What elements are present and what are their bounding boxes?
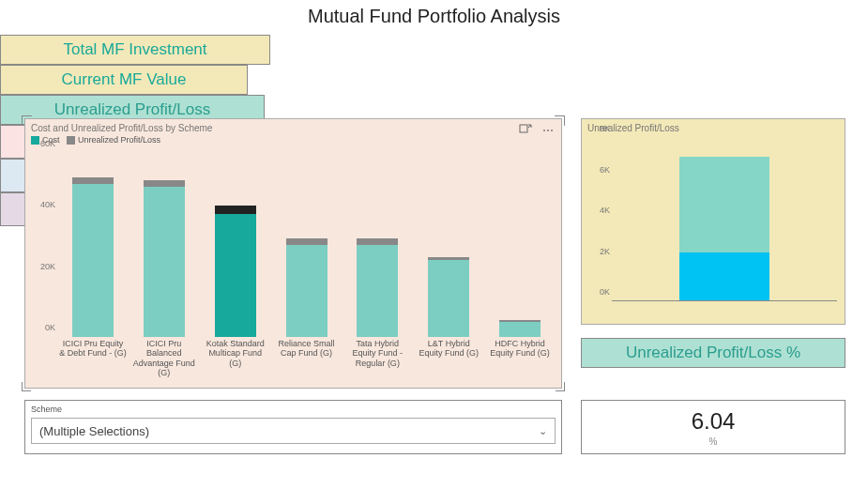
cost-upl-by-scheme-chart[interactable]: Cost and Unrealized Profit/Loss by Schem… [24, 118, 562, 389]
legend-swatch-upl [67, 136, 75, 145]
unrealized-pl-pct-unit: % [709, 436, 718, 447]
chart1-legend: Cost Unrealized Profit/Loss [25, 133, 561, 146]
chevron-down-icon: ⌄ [539, 425, 547, 437]
unrealized-pl-pct-value: 6.04 [692, 408, 736, 435]
chart1-xlabel: HDFC Hybrid Equity Fund (G) [484, 339, 556, 384]
legend-swatch-cost [31, 136, 39, 145]
focus-mode-icon[interactable] [518, 123, 533, 138]
unrealized-pl-chart[interactable]: Unrealized Profit/Loss 0K2K4K6K8K [581, 118, 845, 325]
bar-segment-cost[interactable] [286, 245, 327, 337]
chart2-ytick: 6K [600, 165, 610, 175]
slicer-value: (Multiple Selections) [39, 424, 149, 438]
scheme-slicer: Scheme (Multiple Selections) ⌄ [24, 400, 562, 454]
chart1-xlabel: Kotak Standard Multicap Fund (G) [200, 339, 271, 384]
chart1-ytick: 40K [40, 200, 55, 209]
unrealized-pl-pct-label: Unrealized Profit/Loss % [581, 338, 845, 368]
chart1-ytick: 0K [45, 323, 55, 332]
chart2-ytick: 4K [600, 206, 610, 215]
bar-segment-cost[interactable] [428, 260, 469, 337]
total-investment-label: Total MF Investment [0, 35, 270, 65]
bar-segment-cost[interactable] [215, 214, 256, 337]
svg-rect-0 [520, 125, 527, 132]
chart2-ytick: 2K [600, 247, 610, 256]
bar-segment-cost[interactable] [357, 245, 398, 337]
unrealized-pl-pct-card: 6.04 % [581, 400, 845, 454]
chart2-ytick: 0K [600, 287, 610, 297]
chart1-xlabel: ICICI Pru Balanced Advantage Fund (G) [129, 339, 200, 384]
current-value-label: Current MF Value [0, 65, 248, 95]
chart1-xlabel: Tata Hybrid Equity Fund - Regular (G) [342, 339, 413, 384]
chart2-segment-b[interactable] [679, 252, 769, 301]
chart1-bar[interactable] [200, 153, 271, 337]
chart1-bar[interactable] [413, 153, 484, 337]
chart2-title: Unrealized Profit/Loss [582, 119, 845, 137]
chart1-ytick: 60K [40, 139, 55, 148]
bar-segment-cost[interactable] [72, 184, 114, 337]
chart1-xlabel: ICICI Pru Equity & Debt Fund - (G) [57, 339, 129, 384]
slicer-title: Scheme [25, 401, 561, 416]
chart1-bar[interactable] [57, 153, 129, 337]
chart1-ytick: 20K [40, 262, 55, 271]
scheme-dropdown[interactable]: (Multiple Selections) ⌄ [31, 418, 556, 444]
chart1-bar[interactable] [484, 153, 556, 337]
bar-segment-cost[interactable] [499, 322, 541, 337]
page-title: Mutual Fund Portfolio Analysis [0, 0, 868, 35]
chart1-xlabel: L&T Hybrid Equity Fund (G) [413, 339, 484, 384]
legend-label-upl: Unrealized Profit/Loss [78, 135, 160, 145]
chart1-title: Cost and Unrealized Profit/Loss by Schem… [25, 119, 561, 133]
chart2-ytick: 8K [600, 124, 610, 133]
chart2-segment-a[interactable] [679, 157, 769, 252]
chart1-bar[interactable] [271, 153, 343, 337]
chart1-bar[interactable] [342, 153, 413, 337]
more-options-icon[interactable]: ⋯ [541, 123, 556, 138]
chart1-xlabel: Reliance Small Cap Fund (G) [271, 339, 343, 384]
bar-segment-upl[interactable] [215, 206, 256, 215]
bar-segment-cost[interactable] [144, 187, 185, 337]
chart1-bar[interactable] [129, 153, 200, 337]
